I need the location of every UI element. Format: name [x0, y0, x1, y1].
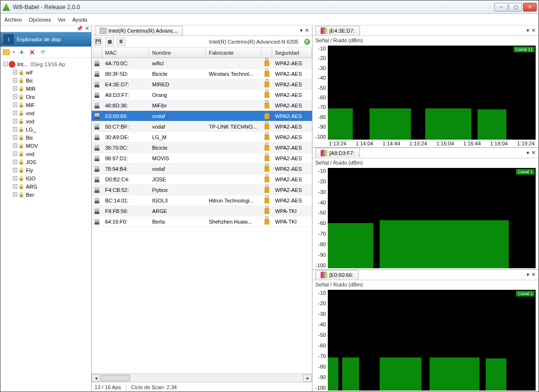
signal-icon	[95, 134, 99, 140]
table-row[interactable]: 98:97:D1:MOVISWPA2-AES	[92, 153, 312, 164]
tree-item[interactable]: +🔒JOS	[1, 158, 90, 166]
tab-dropdown-icon[interactable]: ▾	[527, 272, 529, 278]
table-row[interactable]: 30:A9:DE:LG_MWPA2-AES	[92, 132, 312, 143]
tree-item[interactable]: +🔒wif	[1, 68, 90, 76]
tree-item[interactable]: +🔒Fly	[1, 166, 90, 174]
scroll-right-icon[interactable]: ▸	[303, 374, 312, 382]
menu-options[interactable]: Opciones	[29, 17, 51, 23]
expand-icon[interactable]: +	[13, 135, 17, 140]
cell-mac: 64:16:F0:	[102, 216, 149, 226]
col-mac[interactable]: MAC	[102, 48, 149, 58]
tab-close-icon[interactable]: ✕	[305, 27, 309, 34]
table-row[interactable]: 38:70:0C:BicicleWPA2-AES	[92, 143, 312, 153]
menu-file[interactable]: Archivo	[4, 17, 22, 23]
tool-button-3[interactable]: ≣	[117, 37, 125, 46]
col-sec[interactable]: Seguridad	[272, 48, 312, 58]
scroll-left-icon[interactable]: ◂	[92, 374, 100, 382]
table-row[interactable]: F4:CB:52:FlyboxWPA2-AES	[92, 185, 312, 195]
tree-item[interactable]: +🔒Ber	[1, 190, 90, 199]
expand-icon[interactable]: +	[13, 103, 17, 107]
chart-tab[interactable]: [A8:D3:F7:	[315, 148, 360, 157]
tree-item[interactable]: +🔒LG_	[1, 125, 90, 133]
tab-dropdown-icon[interactable]: ▾	[300, 27, 303, 34]
tree-root[interactable]: − Int... 0Seg 13/16 Ap	[1, 60, 90, 68]
cell-vendor	[206, 164, 262, 174]
expand-icon[interactable]: +	[13, 192, 17, 197]
cell-vendor	[206, 185, 262, 195]
table-row[interactable]: 50:C7:BF:vodafTP-LINK TECHNO...WPA2-AES	[92, 121, 312, 132]
table-row[interactable]: D0:B2:C4:JOSEWPA2-AES	[92, 174, 312, 185]
lock-icon	[264, 60, 269, 66]
sidebar-close-icon[interactable]: ✕	[85, 25, 89, 32]
cell-vendor	[206, 143, 262, 153]
list-tab[interactable]: Intel(R) Centrino(R) Advanc...	[95, 26, 183, 36]
tree-item[interactable]: +🔒vod	[1, 109, 90, 117]
expand-icon[interactable]: +	[13, 78, 17, 83]
menubar: Archivo Opciones Ver Ayuda	[0, 14, 539, 25]
expand-icon[interactable]: +	[13, 143, 17, 148]
tree-item[interactable]: +🔒vod	[1, 117, 90, 125]
minimize-button[interactable]: ─	[494, 3, 508, 12]
expand-icon[interactable]: +	[13, 127, 17, 131]
chart-tab[interactable]: [E0:60:66:	[315, 270, 359, 280]
cell-mac: F8:FB:56:	[102, 206, 149, 216]
tab-close-icon[interactable]: ✕	[531, 27, 536, 34]
menu-help[interactable]: Ayuda	[72, 17, 87, 23]
menu-view[interactable]: Ver	[58, 17, 66, 23]
collapse-icon[interactable]: −	[3, 62, 8, 66]
tab-dropdown-icon[interactable]: ▾	[527, 150, 529, 156]
expand-icon[interactable]: +	[13, 168, 17, 172]
tab-dropdown-icon[interactable]: ▾	[527, 27, 529, 34]
maximize-button[interactable]: ▢	[509, 3, 522, 12]
table-row[interactable]: E0:60:66:vodafWPA2-AES	[92, 111, 312, 121]
expand-icon[interactable]: +	[13, 70, 17, 74]
table-row[interactable]: E4:3E:D7:MIREDWPA2-AES	[92, 79, 312, 90]
tree-item[interactable]: +🔒MiF	[1, 101, 90, 109]
expand-icon[interactable]: +	[13, 184, 17, 189]
tree-item[interactable]: +🔒Ora	[1, 93, 90, 101]
tree-item[interactable]: +🔒MIR	[1, 84, 90, 93]
cell-sec: WPA2-AES	[272, 174, 312, 184]
expand-icon[interactable]: +	[13, 86, 17, 91]
pin-icon[interactable]: 📌	[76, 25, 83, 32]
tab-close-icon[interactable]: ✕	[531, 150, 536, 156]
folder-icon[interactable]	[2, 48, 10, 56]
dropdown-icon[interactable]: ▾	[13, 50, 15, 54]
tree-item[interactable]: +🔒vod	[1, 150, 90, 158]
cell-vendor: Hitron Technologi...	[206, 195, 262, 205]
table-row[interactable]: BC:14:01:IGOL3Hitron Technologi...WPA2-A…	[92, 195, 312, 206]
tree-item[interactable]: +🔒MOV	[1, 142, 90, 150]
y-tick: -20	[318, 300, 326, 306]
add-button[interactable]: +	[18, 48, 25, 56]
tree-item[interactable]: +🔒Bic	[1, 133, 90, 142]
expand-icon[interactable]: +	[13, 95, 17, 99]
expand-icon[interactable]: +	[13, 119, 17, 123]
expand-icon[interactable]: +	[13, 176, 17, 180]
scroll-thumb[interactable]	[101, 375, 130, 381]
cell-name: JOSE	[149, 174, 206, 184]
col-vendor[interactable]: Fabricante	[206, 48, 262, 58]
expand-icon[interactable]: +	[13, 111, 17, 115]
table-row[interactable]: F8:FB:56:ARGEWPA-TKI	[92, 206, 312, 216]
table-row[interactable]: 64:16:F0:BertaShehzhen Huaw...WPA-TKI	[92, 216, 312, 227]
h-scrollbar[interactable]: ◂ ▸	[92, 373, 312, 382]
table-row[interactable]: 4A:70:0C:wificlWPA2-AES	[92, 58, 312, 69]
expand-icon[interactable]: +	[13, 160, 17, 164]
chart-tab[interactable]: [E4:3E:D7:	[315, 26, 360, 36]
save-icon[interactable]: 💾	[94, 37, 102, 46]
refresh-icon[interactable]: ⟳	[39, 48, 47, 56]
col-name[interactable]: Nombre	[149, 48, 206, 58]
tree-item[interactable]: +🔒ARG	[1, 182, 90, 190]
table-row[interactable]: 48:8D:36:MiFibrWPA2-AES	[92, 100, 312, 111]
tree-item[interactable]: +🔒Bic	[1, 76, 90, 84]
table-row[interactable]: A8:D3:F7:OrangWPA2-AES	[92, 90, 312, 100]
table-row[interactable]: 80:3F:5D:BicicleWinstars Technol...WPA2-…	[92, 69, 312, 79]
cell-sec: WPA2-AES	[272, 195, 312, 205]
tree-item[interactable]: +🔒IGO	[1, 174, 90, 182]
expand-icon[interactable]: +	[13, 152, 17, 156]
tool-button-2[interactable]: ▦	[105, 37, 114, 46]
delete-button[interactable]: ✕	[28, 48, 36, 56]
tab-close-icon[interactable]: ✕	[531, 272, 536, 278]
table-row[interactable]: 78:94:B4:vodafWPA2-AES	[92, 164, 312, 174]
close-button[interactable]: ✕	[523, 3, 537, 12]
